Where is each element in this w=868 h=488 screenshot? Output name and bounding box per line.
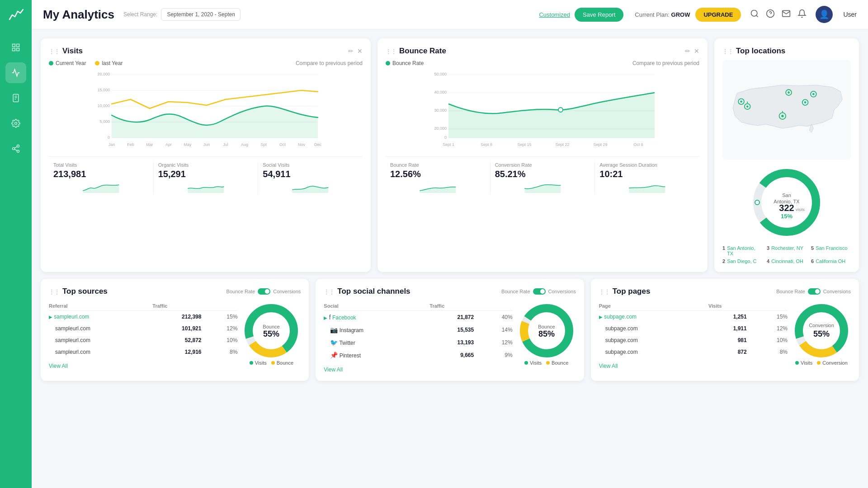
svg-text:0: 0 bbox=[444, 135, 447, 140]
social-legend-bounce: Bounce bbox=[552, 360, 568, 366]
svg-text:20,000: 20,000 bbox=[97, 72, 110, 76]
total-visits-value: 213,981 bbox=[53, 169, 149, 179]
bounce-close-icon[interactable]: ✕ bbox=[694, 47, 699, 55]
svg-text:85%: 85% bbox=[538, 329, 555, 338]
sidebar-item-reports[interactable] bbox=[5, 88, 26, 108]
pages-toggle[interactable] bbox=[808, 288, 821, 295]
save-report-button[interactable]: Save Report bbox=[575, 8, 623, 22]
pages-legend-conversion: Conversion bbox=[822, 360, 848, 366]
sidebar-item-analytics[interactable] bbox=[5, 62, 26, 83]
conversion-rate-label: Conversion Rate bbox=[495, 162, 590, 168]
sources-view-all[interactable]: View All bbox=[49, 363, 68, 369]
sources-donut-wrapper: Bounce 55% Visits Bounce bbox=[242, 301, 301, 369]
sources-header-row: Top sources Bounce Rate Conversions bbox=[49, 287, 301, 296]
sources-toggle[interactable] bbox=[258, 288, 270, 295]
svg-text:30,000: 30,000 bbox=[434, 108, 447, 113]
location-item-3: 3 Rochester, NY bbox=[767, 245, 807, 256]
bounce-stats: Bounce Rate 12.56% Conversion Rate 85.21… bbox=[386, 156, 699, 194]
avg-session-label: Average Session Duration bbox=[599, 162, 695, 168]
svg-text:Sept 15: Sept 15 bbox=[517, 142, 531, 147]
svg-text:15%: 15% bbox=[781, 213, 793, 220]
visits-close-icon[interactable]: ✕ bbox=[357, 47, 363, 55]
pages-col-visits: Visits bbox=[708, 301, 747, 311]
svg-text:0: 0 bbox=[108, 135, 110, 140]
svg-point-58 bbox=[781, 115, 783, 117]
svg-point-64 bbox=[740, 100, 742, 103]
social-bounce-label: Bounce Rate bbox=[501, 289, 530, 294]
svg-text:40,000: 40,000 bbox=[434, 90, 447, 94]
pages-col-pct bbox=[747, 301, 788, 311]
svg-text:Sept 1: Sept 1 bbox=[443, 142, 454, 147]
select-range-label: Select Range: bbox=[123, 11, 157, 18]
help-icon[interactable] bbox=[766, 9, 775, 20]
bounce-rate-header: Bounce Rate ✏ ✕ bbox=[386, 47, 699, 56]
svg-text:Feb: Feb bbox=[127, 142, 134, 147]
table-row: 📷 Instagram 15,53514% bbox=[324, 324, 512, 336]
bounce-rate-stat-label: Bounce Rate bbox=[390, 162, 486, 168]
svg-point-10 bbox=[13, 148, 15, 150]
social-toggle[interactable] bbox=[533, 288, 546, 295]
pages-table: Page Visits ▶ subpage.com 1,25115% bbox=[599, 301, 788, 358]
sources-col-pct bbox=[201, 301, 237, 311]
table-row: 🐦 Twitter 13,19312% bbox=[324, 336, 512, 349]
sources-col-referral: Referral bbox=[49, 301, 152, 311]
pages-bounce-label: Bounce Rate bbox=[776, 289, 805, 294]
sidebar-item-settings[interactable] bbox=[5, 113, 26, 134]
table-row: subpage.com 1,91112% bbox=[599, 323, 788, 334]
pages-view-all[interactable]: View All bbox=[599, 363, 618, 369]
visits-compare-text: Compare to previous period bbox=[296, 60, 363, 66]
visits-chart: 20,000 15,000 10,000 5,000 0 Jan Feb bbox=[49, 70, 363, 153]
bounce-edit-icon[interactable]: ✏ bbox=[685, 47, 690, 55]
date-range-input[interactable] bbox=[161, 8, 241, 21]
pages-table-wrapper: Page Visits ▶ subpage.com 1,25115% bbox=[599, 301, 788, 369]
organic-visits-value: 15,291 bbox=[158, 169, 254, 179]
customized-button[interactable]: Customized bbox=[539, 11, 570, 18]
svg-text:Oct 6: Oct 6 bbox=[633, 142, 643, 147]
sources-conversions-label: Conversions bbox=[273, 289, 301, 294]
social-view-all[interactable]: View All bbox=[324, 366, 343, 373]
search-icon[interactable] bbox=[750, 9, 759, 20]
svg-text:San: San bbox=[782, 192, 791, 198]
svg-text:Conversion: Conversion bbox=[809, 323, 834, 328]
visits-edit-icon[interactable]: ✏ bbox=[348, 47, 354, 55]
upgrade-button[interactable]: UPGRADE bbox=[695, 8, 741, 22]
top-pages-card: Top pages Bounce Rate Conversions Page V… bbox=[591, 279, 859, 381]
notification-icon[interactable] bbox=[797, 9, 807, 20]
location-item-5: 5 San Francisco bbox=[811, 245, 851, 256]
conversion-rate-stat: Conversion Rate 85.21% bbox=[491, 162, 595, 194]
conversion-rate-value: 85.21% bbox=[495, 169, 590, 179]
pages-donut-wrapper: Conversion 55% Visits Conversion bbox=[792, 301, 851, 369]
legend-bounce-rate: Bounce Rate bbox=[392, 60, 424, 66]
table-row: sampleurl.com 101,92112% bbox=[49, 323, 237, 334]
sidebar-item-share[interactable] bbox=[5, 138, 26, 159]
sources-legend-bounce: Bounce bbox=[277, 360, 293, 366]
sources-bounce-label: Bounce Rate bbox=[226, 289, 255, 294]
svg-text:Dec: Dec bbox=[314, 142, 322, 147]
svg-text:10,000: 10,000 bbox=[97, 103, 110, 108]
mail-icon[interactable] bbox=[782, 9, 791, 20]
svg-text:Oct: Oct bbox=[279, 142, 286, 147]
svg-text:Aug: Aug bbox=[241, 142, 248, 147]
social-title: Top social channels bbox=[324, 287, 410, 296]
visits-card: Visits ✏ ✕ Current Year last Year Compar… bbox=[41, 38, 371, 272]
avatar[interactable]: 👤 bbox=[816, 6, 833, 23]
location-item-6: 6 California OH bbox=[811, 258, 851, 264]
table-row: ▶ sampleurl.com 212,39815% bbox=[49, 311, 237, 323]
sidebar-item-dashboard[interactable] bbox=[5, 37, 26, 58]
svg-rect-0 bbox=[13, 44, 15, 47]
svg-point-73 bbox=[755, 200, 760, 205]
svg-text:Jun: Jun bbox=[203, 142, 210, 147]
header-icons: 👤 User bbox=[750, 6, 857, 23]
legend-last-year: last Year bbox=[102, 60, 123, 66]
sidebar-logo[interactable] bbox=[8, 7, 24, 26]
svg-text:Bounce: Bounce bbox=[263, 324, 280, 329]
locations-list: 1 San Antonio, TX 3 Rochester, NY 5 San … bbox=[722, 245, 851, 264]
location-item-2: 2 San Diego, C bbox=[722, 258, 762, 264]
pages-content: Page Visits ▶ subpage.com 1,25115% bbox=[599, 301, 851, 369]
table-row: subpage.com 98110% bbox=[599, 334, 788, 346]
visits-legend: Current Year last Year Compare to previo… bbox=[49, 60, 363, 66]
svg-point-8 bbox=[15, 122, 17, 125]
visits-title: Visits bbox=[49, 47, 83, 56]
bounce-legend: Bounce Rate Compare to previous period bbox=[386, 60, 699, 66]
organic-visits-label: Organic Visits bbox=[158, 162, 254, 168]
